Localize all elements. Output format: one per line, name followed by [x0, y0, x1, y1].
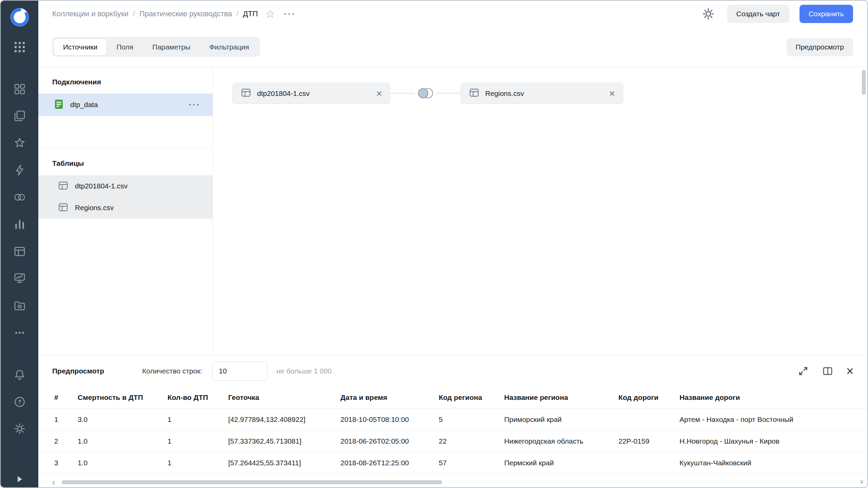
connections-lightning-icon[interactable] [13, 164, 26, 178]
remove-source-icon[interactable]: × [376, 88, 382, 99]
connections-title: Подключения [38, 67, 213, 86]
connection-more-icon[interactable]: ··· [189, 101, 200, 109]
horizontal-scrollbar-thumb[interactable] [62, 480, 442, 484]
cell: Приморский край [504, 415, 618, 424]
cell: Артем - Находка - порт Восточный [679, 415, 867, 424]
cell: 2018-10-05T08:10:00 [340, 415, 439, 424]
vertical-scrollbar-thumb[interactable] [862, 70, 866, 95]
connection-file-icon [53, 99, 64, 111]
row-count-input[interactable] [212, 362, 268, 381]
svg-text:?: ? [18, 399, 21, 405]
dataset-tabs-row: Источники Поля Параметры Фильтрация Пред… [38, 27, 867, 67]
join-canvas: dtp201804-1.csv × Regions.csv × [213, 67, 867, 354]
table-item-dtp[interactable]: dtp201804-1.csv [38, 175, 213, 197]
column-header: Кол-во ДТП [167, 393, 228, 402]
source-chip-dtp[interactable]: dtp201804-1.csv × [232, 83, 390, 104]
cell: 22 [439, 437, 504, 445]
breadcrumb-collections[interactable]: Коллекции и воркбуки [52, 9, 129, 18]
remove-source-icon[interactable]: × [609, 88, 615, 99]
close-preview-icon[interactable]: × [846, 365, 854, 378]
top-header: Коллекции и воркбуки / Практические руко… [38, 1, 867, 27]
table-row: 3 1.0 1 [57.264425,55.373411] 2018-08-26… [38, 452, 867, 474]
dataset-settings-gear-icon[interactable] [702, 7, 715, 21]
table-item-regions[interactable]: Regions.csv [38, 197, 213, 219]
preview-toggle-button[interactable]: Предпросмотр [787, 38, 853, 56]
dataset-more-icon[interactable]: ··· [284, 9, 296, 19]
workbooks-icon[interactable] [13, 109, 26, 124]
source-chip-label: Regions.csv [485, 89, 524, 98]
editor-monitor-icon[interactable] [13, 272, 26, 286]
table-icon [58, 202, 69, 214]
scroll-down-arrow-icon[interactable]: ∨ [860, 478, 864, 485]
cell: 2018-08-26T12:25:00 [340, 459, 439, 467]
join-type-icon[interactable] [415, 82, 436, 104]
cell: 1.0 [78, 459, 167, 467]
cell: Пермский край [504, 459, 618, 467]
apps-grid-icon[interactable] [13, 40, 26, 55]
table-icon [58, 180, 69, 192]
tab-filtering[interactable]: Фильтрация [200, 38, 258, 56]
preview-title: Предпросмотр [52, 367, 104, 375]
storage-folder-icon[interactable] [13, 299, 26, 313]
breadcrumb-separator: / [133, 9, 135, 18]
tables-list: dtp201804-1.csv Regions.csv [38, 175, 213, 219]
column-header: Название региона [504, 393, 618, 402]
sources-content: Подключения dtp_data ··· Таблицы [38, 67, 867, 354]
column-header: Название дороги [679, 393, 867, 402]
cell: Нижегородская область [504, 437, 618, 445]
settings-gear-icon[interactable] [13, 422, 26, 436]
cell: 2018-06-26T02:05:00 [340, 437, 439, 445]
connection-name: dtp_data [70, 101, 98, 109]
sidebar-expand-icon[interactable] [16, 475, 23, 485]
breadcrumb-guides[interactable]: Практические руководства [139, 9, 232, 18]
cell: Н.Новгород - Шахунья - Киров [679, 437, 867, 445]
dataset-tabs: Источники Поля Параметры Фильтрация [52, 37, 260, 57]
tab-fields[interactable]: Поля [107, 38, 143, 56]
source-chip-label: dtp201804-1.csv [257, 89, 310, 98]
preview-panel: Предпросмотр Количество строк: не больше… [38, 355, 867, 487]
cell: 3.0 [78, 415, 167, 424]
table-name: Regions.csv [75, 204, 114, 212]
table-icon [469, 87, 480, 100]
tab-sources[interactable]: Источники [54, 38, 107, 56]
tab-parameters[interactable]: Параметры [143, 38, 200, 56]
cell: 2 [54, 437, 78, 445]
cell: Кукуштан-Чайковский [679, 459, 867, 467]
cell: 5 [439, 415, 504, 424]
expand-preview-icon[interactable] [797, 365, 809, 377]
connection-item-dtp-data[interactable]: dtp_data ··· [38, 94, 213, 116]
column-header: Геоточка [228, 393, 340, 402]
datasets-icon[interactable] [13, 191, 26, 205]
column-header: Дата и время [340, 393, 439, 402]
save-button[interactable]: Сохранить [800, 5, 853, 23]
breadcrumb: Коллекции и воркбуки / Практические руко… [52, 9, 258, 18]
help-icon[interactable]: ? [13, 395, 26, 410]
scroll-left-arrow-icon[interactable]: ‹ [52, 478, 55, 487]
table-name: dtp201804-1.csv [75, 182, 127, 190]
source-chip-regions[interactable]: Regions.csv × [460, 83, 623, 104]
table-icon [240, 87, 252, 100]
column-header: Код дороги [618, 393, 679, 402]
table-header-row: # Смертность в ДТП Кол-во ДТП Геоточка Д… [38, 387, 867, 409]
cell: 1 [54, 415, 78, 424]
app-window: ? Коллекции и воркбуки / Практические ру… [0, 0, 868, 488]
sidebar-nav: ? [1, 1, 38, 487]
tables-title: Таблицы [38, 159, 213, 167]
sources-panel: Подключения dtp_data ··· Таблицы [38, 67, 213, 354]
charts-icon[interactable] [13, 218, 26, 232]
cell: 57 [439, 459, 504, 467]
cell: 1 [167, 415, 228, 424]
collections-icon[interactable] [13, 83, 26, 97]
split-view-icon[interactable] [822, 365, 833, 377]
table-row: 2 1.0 1 [57.337362,45.713081] 2018-06-26… [38, 430, 867, 452]
datalens-logo[interactable] [9, 7, 30, 29]
panel-divider [38, 147, 213, 148]
preview-horizontal-scrollbar[interactable]: ‹ [52, 479, 856, 485]
preview-header: Предпросмотр Количество строк: не больше… [38, 355, 867, 387]
favorites-star-icon[interactable] [13, 137, 26, 151]
favorite-star-icon[interactable]: ☆ [265, 8, 275, 19]
more-items-icon[interactable] [13, 326, 26, 341]
notifications-bell-icon[interactable] [13, 368, 26, 383]
create-chart-button[interactable]: Создать чарт [727, 5, 789, 23]
tables-grid-icon[interactable] [13, 245, 26, 259]
